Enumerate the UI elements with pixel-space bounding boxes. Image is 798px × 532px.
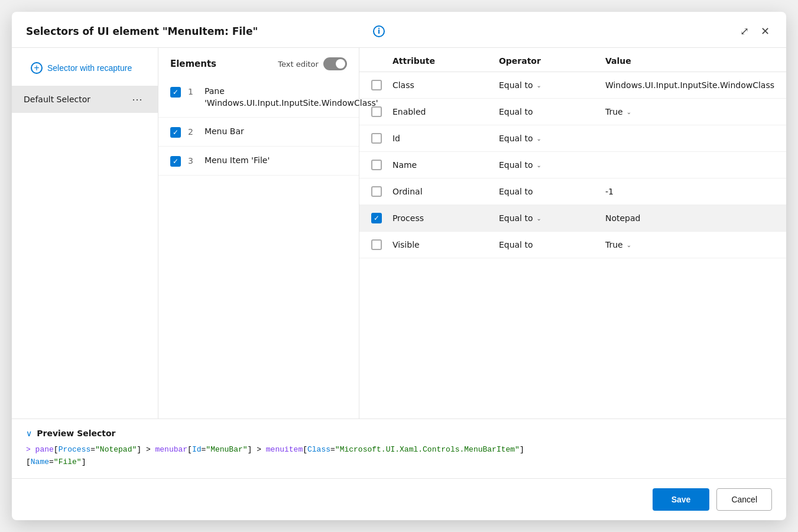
attr-checkbox-empty[interactable] [371, 160, 382, 170]
attr-operator-text: Equal to [499, 187, 533, 196]
add-selector-label: Selector with recapture [47, 63, 132, 73]
value-chevron-icon[interactable]: ⌄ [627, 242, 631, 248]
attributes-table: Attribute Operator Value ClassEqual to⌄W… [359, 48, 786, 419]
save-button[interactable]: Save [653, 488, 710, 511]
attr-operator-text: Equal to [499, 160, 533, 170]
cancel-button[interactable]: Cancel [716, 488, 772, 511]
operator-chevron-icon[interactable]: ⌄ [537, 162, 541, 168]
preview-code-part: "Notepad" [95, 445, 137, 454]
preview-panel: ∨ Preview Selector > pane[Process="Notep… [12, 419, 786, 478]
attr-checkbox-empty[interactable] [371, 106, 382, 117]
preview-code-part: "File" [54, 458, 82, 466]
attr-operator-text: Equal to [499, 80, 533, 90]
info-icon[interactable]: i [373, 25, 385, 37]
attr-name: Enabled [392, 107, 499, 116]
attr-rows-container: ClassEqual to⌄Windows.UI.Input.InputSite… [359, 72, 786, 258]
text-editor-toggle-switch[interactable] [323, 57, 347, 70]
element-checkbox-checked[interactable]: ✓ [170, 87, 181, 98]
element-item[interactable]: ✓3Menu Item 'File' [158, 147, 359, 176]
attr-checkbox-checked[interactable]: ✓ [371, 213, 382, 223]
attr-checkbox-empty[interactable] [371, 239, 382, 250]
element-checkbox-checked[interactable]: ✓ [170, 127, 181, 138]
preview-code-part: "Microsoft.UI.Xaml.Controls.MenuBarItem" [335, 445, 520, 454]
preview-code-part: ] > [137, 445, 155, 454]
attr-value: True⌄ [605, 240, 774, 249]
attr-operator: Equal to⌄ [499, 134, 605, 143]
close-button[interactable]: ✕ [758, 22, 772, 40]
preview-code-part: [ [303, 445, 307, 454]
element-number: 1 [188, 87, 197, 96]
preview-code-part: Class [307, 445, 330, 454]
element-item[interactable]: ✓1Pane 'Windows.UI.Input.InputSite.Windo… [158, 77, 359, 118]
elements-list: ✓1Pane 'Windows.UI.Input.InputSite.Windo… [158, 77, 359, 419]
preview-code-part: Process [59, 445, 91, 454]
attr-row[interactable]: VisibleEqual toTrue⌄ [359, 232, 786, 258]
default-selector-item[interactable]: Default Selector ⋯ [12, 86, 158, 113]
attr-operator: Equal to [499, 107, 605, 116]
attr-row[interactable]: EnabledEqual toTrue⌄ [359, 99, 786, 125]
value-chevron-icon[interactable]: ⌄ [627, 109, 631, 115]
element-text: Menu Item 'File' [205, 155, 270, 167]
attr-operator: Equal to⌄ [499, 160, 605, 170]
value-header: Value [605, 56, 774, 66]
preview-header[interactable]: ∨ Preview Selector [26, 429, 772, 438]
left-panel: + Selector with recapture Default Select… [12, 48, 158, 419]
preview-code-part: [ [54, 445, 59, 454]
attr-row[interactable]: NameEqual to⌄ [359, 152, 786, 179]
attr-name: Name [392, 160, 499, 170]
attr-operator: Equal to [499, 240, 605, 249]
attr-row[interactable]: IdEqual to⌄ [359, 125, 786, 152]
element-text: Menu Bar [205, 126, 244, 138]
attr-row[interactable]: ✓ProcessEqual to⌄Notepad [359, 205, 786, 232]
attr-operator-text: Equal to [499, 213, 533, 223]
preview-code-part: [ [187, 445, 192, 454]
attr-value-text: True [605, 240, 623, 249]
element-checkbox-checked[interactable]: ✓ [170, 156, 181, 167]
attr-checkbox-empty[interactable] [371, 133, 382, 144]
attr-row[interactable]: ClassEqual to⌄Windows.UI.Input.InputSite… [359, 72, 786, 99]
preview-title: Preview Selector [37, 429, 115, 438]
attr-name: Ordinal [392, 187, 499, 196]
attr-value: Notepad [605, 213, 774, 223]
attr-checkbox-empty[interactable] [371, 80, 382, 90]
dialog-title: Selectors of UI element "MenuItem: File" [26, 25, 367, 37]
attr-name: Class [392, 80, 499, 90]
attr-value-text: Windows.UI.Input.InputSite.WindowClass [605, 80, 774, 90]
operator-chevron-icon[interactable]: ⌄ [537, 82, 541, 89]
attr-name: Visible [392, 240, 499, 249]
dialog-footer: Save Cancel [12, 478, 786, 520]
preview-code: > pane[Process="Notepad"] > menubar[Id="… [26, 444, 772, 469]
attributes-header-row: Attribute Operator Value [359, 48, 786, 72]
text-editor-label: Text editor [278, 60, 319, 69]
preview-code-part: ] > [248, 445, 266, 454]
dialog-header: Selectors of UI element "MenuItem: File"… [12, 12, 786, 48]
attr-value: True⌄ [605, 107, 774, 116]
elements-title: Elements [170, 59, 216, 69]
attribute-header: Attribute [392, 56, 499, 66]
selector-more-button[interactable]: ⋯ [128, 93, 146, 106]
preview-code-part: = [330, 445, 335, 454]
attr-operator-text: Equal to [499, 107, 533, 116]
attr-row[interactable]: OrdinalEqual to-1 [359, 179, 786, 205]
attr-value-text: True [605, 107, 623, 116]
preview-code-part: "MenuBar" [206, 445, 247, 454]
preview-arrow: > [26, 445, 35, 454]
preview-code-part: menuitem [266, 445, 303, 454]
preview-code-part: = [90, 445, 95, 454]
operator-chevron-icon[interactable]: ⌄ [537, 215, 541, 222]
preview-code-part: ] [82, 458, 86, 466]
expand-button[interactable]: ⤢ [738, 22, 751, 40]
element-item[interactable]: ✓2Menu Bar [158, 118, 359, 147]
operator-header: Operator [499, 56, 605, 66]
preview-code-part: = [49, 458, 54, 466]
attr-operator-text: Equal to [499, 134, 533, 143]
attr-operator: Equal to⌄ [499, 80, 605, 90]
preview-code-part: menubar [155, 445, 188, 454]
attr-operator: Equal to⌄ [499, 213, 605, 223]
attr-checkbox-empty[interactable] [371, 186, 382, 197]
add-selector-button[interactable]: + Selector with recapture [19, 57, 151, 79]
operator-chevron-icon[interactable]: ⌄ [537, 135, 541, 142]
dialog-body: + Selector with recapture Default Select… [12, 48, 786, 419]
attr-operator: Equal to [499, 187, 605, 196]
attr-value: Windows.UI.Input.InputSite.WindowClass [605, 80, 774, 90]
